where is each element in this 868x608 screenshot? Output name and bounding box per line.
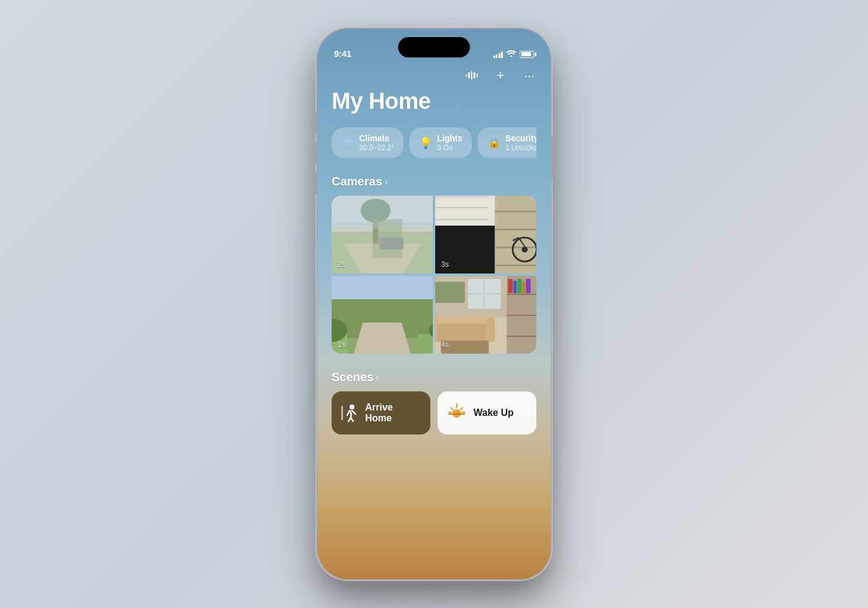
phone-screen: 9:41 [317, 29, 551, 579]
svg-rect-12 [495, 196, 537, 273]
waveform-icon [466, 71, 478, 80]
svg-rect-55 [448, 414, 465, 415]
lights-pill[interactable]: 💡 Lights 3 On [409, 127, 472, 158]
lights-icon: 💡 [419, 136, 432, 150]
camera-1[interactable]: 2s [332, 196, 433, 273]
cameras-section-header[interactable]: Cameras › [332, 175, 536, 189]
scenes-section-header[interactable]: Scenes › [332, 370, 536, 384]
svg-rect-13 [495, 211, 537, 212]
wake-up-icon [447, 403, 466, 424]
camera-3-duration: 1s [338, 341, 345, 349]
security-icon: 🔒 [487, 136, 500, 149]
svg-point-53 [350, 405, 354, 409]
svg-rect-41 [518, 279, 522, 293]
camera-4[interactable]: 4s [435, 276, 536, 354]
camera-1-duration: 2s [338, 260, 345, 269]
security-text: Security 1 Unlocked [505, 133, 536, 152]
camera-2-duration: 3s [441, 260, 449, 269]
arrive-home-label: Arrive Home [365, 402, 421, 424]
cameras-chevron: › [385, 177, 388, 187]
climate-icon [341, 135, 354, 150]
svg-rect-15 [495, 247, 537, 248]
svg-rect-34 [435, 282, 465, 303]
svg-rect-46 [435, 318, 438, 342]
scenes-section: Scenes › [332, 370, 536, 434]
svg-rect-7 [332, 196, 433, 229]
add-button[interactable]: + [491, 66, 510, 85]
svg-point-0 [346, 139, 350, 143]
arrive-home-icon [341, 403, 358, 422]
camera-3[interactable]: 1s [332, 276, 433, 354]
page-title: My Home [332, 89, 536, 114]
status-time: 9:41 [334, 48, 351, 59]
camera-2[interactable]: 3s [435, 196, 536, 273]
svg-rect-16 [495, 265, 537, 266]
svg-rect-8 [380, 238, 403, 250]
phone-frame: 9:41 [317, 29, 551, 579]
climate-text: Climate 20.0–22.2° [359, 133, 394, 152]
scenes-grid: Arrive Home [332, 391, 536, 434]
signal-icon [493, 51, 503, 58]
scenes-title: Scenes [332, 370, 374, 384]
status-icons [493, 50, 535, 59]
svg-rect-42 [523, 282, 526, 293]
svg-rect-47 [486, 318, 495, 342]
more-button[interactable]: ··· [520, 66, 539, 85]
svg-rect-40 [514, 281, 517, 293]
svg-rect-36 [507, 294, 537, 295]
waveform-button[interactable] [462, 66, 481, 85]
svg-rect-52 [341, 406, 343, 420]
svg-rect-43 [526, 279, 531, 293]
svg-line-58 [460, 408, 463, 410]
arrive-home-scene[interactable]: Arrive Home [332, 391, 430, 434]
main-content: My Home Climate 20.0– [317, 29, 551, 579]
svg-rect-14 [495, 229, 537, 230]
scene: 9:41 [0, 0, 868, 608]
security-pill[interactable]: 🔒 Security 1 Unlocked [478, 127, 536, 158]
svg-rect-29 [417, 335, 433, 354]
camera-4-duration: 4s [441, 341, 449, 349]
wifi-icon [506, 50, 516, 59]
battery-icon [520, 51, 534, 58]
top-actions: + ··· [462, 66, 539, 85]
lights-text: Lights 3 On [437, 133, 462, 152]
wake-up-label: Wake Up [474, 408, 514, 418]
wake-up-scene[interactable]: Wake Up [438, 391, 536, 434]
climate-pill[interactable]: Climate 20.0–22.2° [332, 127, 403, 158]
scenes-chevron: › [376, 372, 379, 383]
svg-line-57 [451, 408, 453, 410]
cameras-title: Cameras [332, 175, 383, 189]
dynamic-island [398, 37, 470, 57]
svg-rect-39 [508, 279, 513, 293]
svg-rect-37 [507, 315, 537, 316]
category-pills: Climate 20.0–22.2° 💡 Lights 3 On 🔒 [332, 127, 536, 158]
svg-rect-38 [507, 336, 537, 337]
svg-point-18 [522, 247, 528, 253]
camera-grid: 2s [332, 196, 536, 354]
